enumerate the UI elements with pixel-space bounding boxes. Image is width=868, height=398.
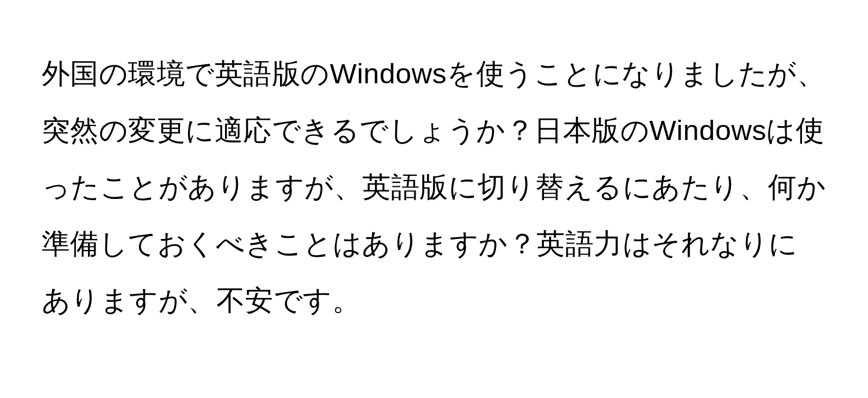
document-content: 外国の環境で英語版のWindowsを使うことになりましたが、突然の変更に適応でき… [42, 45, 826, 329]
body-paragraph: 外国の環境で英語版のWindowsを使うことになりましたが、突然の変更に適応でき… [42, 45, 826, 329]
